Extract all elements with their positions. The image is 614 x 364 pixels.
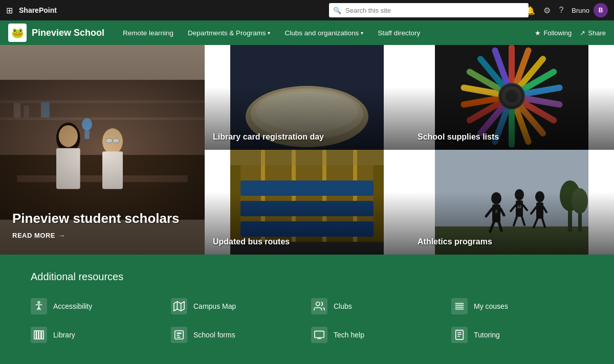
tile-athletics-label: Athletics programs [418,237,492,246]
settings-button[interactable]: ⚙ [543,6,551,15]
school-forms-icon [171,327,187,343]
help-button[interactable]: ? [559,6,563,15]
library-icon [31,327,47,343]
nav-departments[interactable]: Departments & Programs ▾ [182,20,276,45]
resource-my-courses-label: My couses [474,302,508,310]
resource-clubs-label: Clubs [334,302,352,310]
resource-item-tutoring[interactable]: Tutoring [451,324,583,346]
tile-supplies-label: School supplies lists [418,132,499,142]
svg-rect-112 [177,337,180,338]
resource-library-label: Library [53,331,75,339]
chevron-down-icon: ▾ [361,30,363,36]
user-area[interactable]: Bruno B [572,3,608,17]
svg-rect-116 [456,330,464,339]
resource-item-library[interactable]: Library [31,324,163,346]
bottom-section: Additional resources Accessibility [0,255,614,364]
hero-tile-library[interactable]: Library card registration day [205,45,409,150]
site-logo[interactable]: 🐸 Pineview School [8,24,104,42]
svg-rect-110 [177,332,181,334]
site-title: Pineview School [32,28,104,38]
resource-item-clubs[interactable]: Clubs [311,295,443,317]
campus-map-icon [171,298,187,314]
svg-rect-106 [36,331,38,339]
read-more-link[interactable]: READ MORE → [12,232,180,239]
svg-rect-105 [34,331,36,339]
nav-bar-right: ★ Following ↗ Share [535,29,606,37]
hero-grid: Pineview student scholars READ MORE → Li… [0,45,614,255]
chevron-down-icon: ▾ [268,30,270,36]
tile-library-label: Library card registration day [213,132,324,142]
resource-item-my-courses[interactable]: My couses [451,295,583,317]
resource-accessibility-label: Accessibility [53,302,92,310]
share-icon: ↗ [580,29,585,37]
tech-help-icon [311,327,327,343]
svg-rect-111 [177,335,180,336]
svg-rect-107 [39,331,41,339]
resources-title: Additional resources [31,271,583,283]
app-name: SharePoint [19,6,57,14]
resources-grid: Accessibility Campus Map [31,295,583,346]
search-container: 🔍 [329,3,529,17]
waffle-icon[interactable]: ⊞ [6,6,13,15]
resource-item-campus-map[interactable]: Campus Map [171,295,303,317]
nav-links: Remote learning Departments & Programs ▾… [117,20,535,45]
svg-point-96 [38,302,40,304]
clubs-icon [311,298,327,314]
resource-tutoring-label: Tutoring [474,331,500,339]
svg-rect-19 [0,80,205,219]
resource-tech-help-label: Tech help [334,331,364,339]
additional-resources: Additional resources Accessibility [0,255,614,362]
hero-tile-bus[interactable]: Updated bus routes [205,150,409,255]
logo-image: 🐸 [8,24,27,42]
resource-item-tech-help[interactable]: Tech help [311,324,443,346]
resource-campus-map-label: Campus Map [193,302,236,310]
nav-clubs[interactable]: Clubs and organizations ▾ [278,20,369,45]
hero-main-content: Pineview student scholars READ MORE → [12,211,180,239]
tutoring-icon [451,327,468,343]
hero-tile-supplies[interactable]: School supplies lists [409,45,614,150]
resource-item-accessibility[interactable]: Accessibility [31,295,163,317]
share-button[interactable]: ↗ Share [580,29,606,37]
user-name: Bruno [572,7,589,14]
tile-bus-label: Updated bus routes [213,237,290,246]
hero-title: Pineview student scholars [12,211,180,226]
arrow-icon: → [58,232,65,239]
nav-remote-learning[interactable]: Remote learning [117,20,180,45]
nav-bar: 🐸 Pineview School Remote learning Depart… [0,20,614,45]
my-courses-icon [451,298,468,314]
search-icon: 🔍 [333,7,341,14]
star-icon: ★ [535,29,541,37]
top-bar-right: 🔔 ⚙ ? Bruno B [525,3,608,17]
svg-rect-108 [42,331,44,339]
svg-rect-113 [315,331,324,338]
search-input[interactable] [329,3,529,17]
svg-marker-97 [174,302,184,311]
nav-staff-directory[interactable]: Staff directory [371,20,426,45]
hero-main-tile[interactable]: Pineview student scholars READ MORE → [0,45,205,255]
resource-item-school-forms[interactable]: School forms [171,324,303,346]
resource-school-forms-label: School forms [193,331,235,339]
following-button[interactable]: ★ Following [535,29,572,37]
hero-tile-athletics[interactable]: 2 12 Athletics programs [409,150,614,255]
accessibility-icon [31,298,47,314]
svg-point-100 [316,302,320,306]
avatar: B [594,3,608,17]
top-bar: ⊞ SharePoint 🔍 🔔 ⚙ ? Bruno B [0,0,614,20]
